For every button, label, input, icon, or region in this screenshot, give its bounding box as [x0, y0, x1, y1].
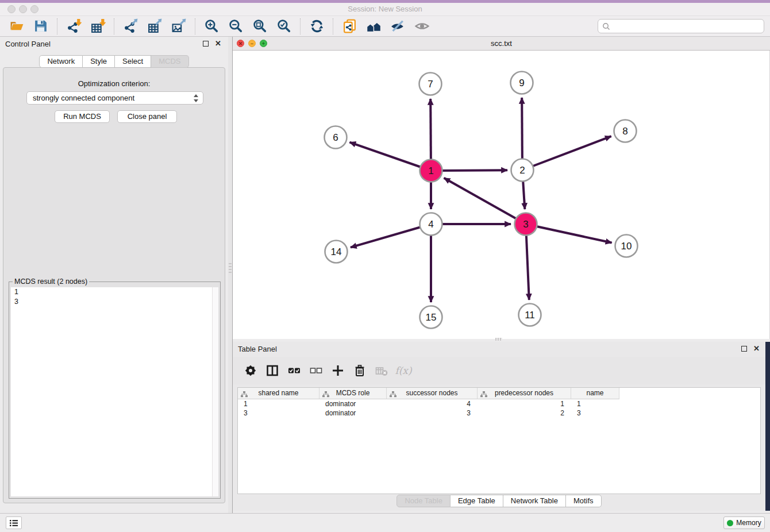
tab-mcds[interactable]: MCDS [151, 55, 188, 68]
toggle-columns-icon[interactable] [265, 363, 280, 378]
zoom-selected-icon[interactable] [275, 18, 292, 35]
graph-node-14[interactable]: 14 [325, 241, 348, 263]
table-tab-network-table[interactable]: Network Table [503, 495, 566, 507]
function-builder-label: f(x) [395, 365, 411, 376]
table-tab-edge-table[interactable]: Edge Table [451, 495, 503, 507]
svg-text:4: 4 [428, 219, 433, 230]
open-file-icon[interactable] [8, 18, 25, 35]
export-network-icon[interactable] [122, 18, 139, 35]
network-maximize-icon[interactable]: + [260, 40, 267, 47]
maximize-traffic-icon[interactable] [30, 5, 38, 13]
task-history-button[interactable] [6, 516, 22, 529]
network-canvas[interactable]: 7968124314101511 [233, 51, 770, 339]
check-all-icon[interactable] [287, 363, 302, 378]
toolbar-separator [57, 18, 57, 34]
attributes-icon[interactable] [243, 363, 258, 378]
column-header-MCDS-role[interactable]: MCDS role [319, 388, 387, 399]
cell-MCDS-role: dominator [319, 399, 387, 408]
edge-4-14[interactable] [351, 224, 431, 248]
app-titlebar: Session: New Session [0, 3, 770, 16]
add-column-icon[interactable] [330, 363, 345, 378]
zoom-in-icon[interactable] [203, 18, 220, 35]
close-panel-button[interactable]: Close panel [117, 110, 177, 123]
import-network-icon[interactable] [65, 18, 82, 35]
table-panel: Table Panel ✕ f(x) shared nameMCDS roles… [233, 342, 765, 511]
graph-node-15[interactable]: 15 [420, 306, 442, 329]
close-traffic-icon[interactable] [7, 5, 16, 13]
network-close-icon[interactable]: ✕ [237, 40, 244, 47]
clone-network-icon[interactable] [341, 18, 358, 35]
first-neighbors-icon[interactable] [365, 18, 382, 35]
vertical-splitter[interactable] [228, 37, 233, 513]
graph-node-1[interactable]: 1 [420, 160, 442, 182]
svg-text:9: 9 [519, 78, 524, 88]
export-table-icon[interactable] [146, 18, 163, 35]
column-header-label: predecessor nodes [495, 389, 553, 397]
graph-node-8[interactable]: 8 [614, 120, 637, 142]
column-header-predecessor-nodes[interactable]: predecessor nodes [478, 388, 571, 399]
tab-style[interactable]: Style [83, 55, 115, 68]
edge-2-8[interactable] [522, 136, 611, 170]
tab-select[interactable]: Select [115, 55, 151, 68]
graph-node-2[interactable]: 2 [511, 159, 534, 182]
column-header-name[interactable]: name [571, 388, 619, 399]
table-row[interactable]: 1dominator411 [238, 399, 760, 408]
mcds-result-list[interactable]: 13 [11, 287, 218, 496]
float-table-panel-icon[interactable] [741, 346, 747, 352]
apply-layout-icon[interactable] [308, 18, 325, 35]
search-text-field[interactable] [613, 22, 764, 30]
table-row[interactable]: 3dominator323 [238, 408, 760, 418]
show-all-icon[interactable] [413, 18, 430, 35]
graph-node-10[interactable]: 10 [615, 235, 638, 257]
splitter-grip[interactable] [229, 263, 232, 275]
network-window-titlebar: ✕ − + scc.txt [233, 37, 770, 51]
hide-selected-icon[interactable] [389, 18, 406, 35]
zoom-out-icon[interactable] [227, 18, 244, 35]
result-scrollbar[interactable] [212, 287, 218, 496]
graph-node-4[interactable]: 4 [420, 213, 442, 236]
mcds-result-box: MCDS result (2 nodes) 13 [9, 282, 221, 499]
control-panel-header: Control Panel ✕ [0, 37, 228, 51]
table-tab-node-table[interactable]: Node Table [396, 495, 451, 507]
float-panel-icon[interactable] [203, 41, 209, 47]
zoom-fit-icon[interactable] [251, 18, 268, 35]
minimize-traffic-icon[interactable] [19, 5, 27, 13]
edge-3-10[interactable] [526, 224, 612, 243]
close-panel-icon[interactable]: ✕ [215, 39, 221, 48]
graph-node-9[interactable]: 9 [511, 72, 533, 94]
horizontal-splitter-grip[interactable] [495, 338, 502, 341]
control-panel-tabs: NetworkStyleSelectMCDS [0, 55, 228, 68]
graph-node-3[interactable]: 3 [515, 213, 537, 236]
export-image-icon[interactable] [170, 18, 187, 35]
attribute-type-icon [322, 390, 329, 401]
delete-column-icon[interactable] [352, 363, 367, 378]
cell-successor-nodes: 3 [387, 408, 478, 418]
tab-network[interactable]: Network [39, 55, 83, 68]
svg-text:10: 10 [621, 241, 632, 252]
run-mcds-button[interactable]: Run MCDS [55, 110, 110, 123]
graph-node-6[interactable]: 6 [325, 126, 347, 149]
criterion-dropdown[interactable]: strongly connected component [26, 91, 203, 105]
edge-3-1[interactable] [444, 178, 526, 224]
graph-node-11[interactable]: 11 [519, 304, 541, 326]
import-table-icon[interactable] [89, 18, 106, 35]
close-table-panel-icon[interactable]: ✕ [753, 344, 760, 353]
save-session-icon[interactable] [32, 18, 49, 35]
mcds-result-node: 1 [11, 287, 218, 297]
edge-1-6[interactable] [350, 142, 432, 171]
column-header-shared-name[interactable]: shared name [238, 388, 319, 399]
list-icon [9, 519, 18, 527]
graph-node-7[interactable]: 7 [419, 73, 442, 95]
optimization-criterion-label: Optimization criterion: [3, 79, 225, 88]
svg-text:7: 7 [428, 79, 433, 90]
column-header-successor-nodes[interactable]: successor nodes [387, 388, 478, 399]
network-minimize-icon[interactable]: − [248, 40, 256, 47]
memory-label: Memory [736, 519, 761, 527]
memory-status-icon [727, 520, 733, 526]
attribute-type-icon [241, 390, 248, 401]
table-tab-motifs[interactable]: Motifs [566, 495, 602, 507]
memory-button[interactable]: Memory [723, 516, 765, 529]
search-input[interactable] [598, 19, 764, 33]
uncheck-all-icon[interactable] [309, 363, 324, 378]
network-graph[interactable]: 7968124314101511 [233, 51, 770, 339]
